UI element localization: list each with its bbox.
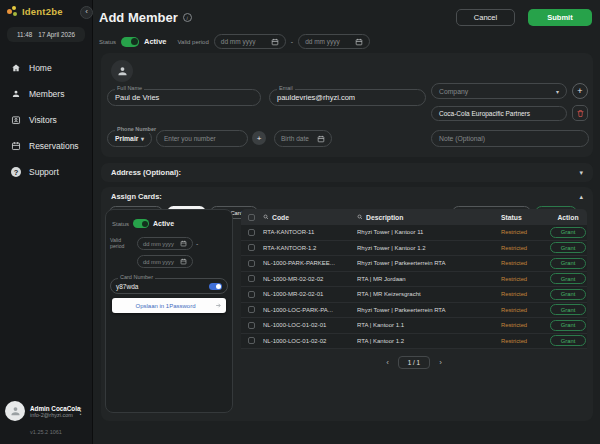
valid-from-input[interactable]: dd mm yyyy bbox=[214, 34, 286, 49]
card-description: Rhyzi Tower | Kantoor 11 bbox=[357, 229, 501, 235]
company-selected-item: Coca-Cola Europacific Partners bbox=[431, 106, 567, 121]
member-avatar[interactable] bbox=[111, 60, 133, 82]
datetime-chip: 11:48 17 April 2026 bbox=[7, 27, 85, 42]
row-checkbox[interactable] bbox=[248, 260, 255, 267]
card-code: NL-1000-MR-02-02-01 bbox=[263, 291, 357, 297]
app-logo[interactable]: Ident2be bbox=[0, 0, 92, 19]
card-valid-from-input[interactable]: dd mm yyyy bbox=[137, 237, 193, 250]
table-row: RTA-KANTOOR-1.2 Rhyzi Tower | Kantoor 1.… bbox=[241, 241, 587, 257]
table-row: NL-1000-MR-02-02-02 RTA | MR Jordaan Res… bbox=[241, 272, 587, 288]
card-description: RTA | Kantoor 1.2 bbox=[357, 338, 501, 344]
status-badge: Restricted bbox=[501, 338, 549, 344]
row-checkbox[interactable] bbox=[248, 322, 255, 329]
sidebar-item-label: Reservations bbox=[29, 141, 79, 151]
chevron-up-icon[interactable]: ▴ bbox=[579, 193, 583, 201]
status-badge: Restricted bbox=[501, 276, 549, 282]
sidebar-item-visitors[interactable]: Visitors bbox=[0, 107, 92, 133]
column-action: Action bbox=[549, 214, 587, 221]
calendar-icon bbox=[11, 141, 21, 151]
sidebar-collapse-button[interactable]: ‹ bbox=[80, 6, 93, 19]
phone-type-select[interactable]: Phone Number Primair ▾ bbox=[107, 130, 152, 147]
row-checkbox[interactable] bbox=[248, 229, 255, 236]
grant-button[interactable]: Grant bbox=[550, 258, 587, 269]
app-version: v1.25.2 1061 bbox=[0, 429, 92, 435]
table-row: NL-1000-LOC-PARK-PA... Rhyzi Tower | Par… bbox=[241, 303, 587, 319]
remove-company-button[interactable] bbox=[572, 105, 588, 121]
sidebar-item-members[interactable]: Members bbox=[0, 81, 92, 107]
table-row: RTA-KANTOOR-11 Rhyzi Tower | Kantoor 11 … bbox=[241, 225, 587, 241]
card-status-toggle[interactable] bbox=[133, 219, 149, 228]
row-checkbox[interactable] bbox=[248, 275, 255, 282]
page-indicator: 1 / 1 bbox=[398, 356, 430, 369]
status-toggle[interactable] bbox=[121, 37, 139, 47]
valid-period-label: Valid period bbox=[110, 238, 134, 249]
add-company-button[interactable]: + bbox=[572, 83, 588, 99]
status-badge: Restricted bbox=[501, 245, 549, 251]
sidebar-item-reservations[interactable]: Reservations bbox=[0, 133, 92, 159]
address-section[interactable]: Address (Optional): ▾ bbox=[101, 163, 593, 182]
time-text: 11:48 bbox=[17, 31, 32, 38]
birth-date-input[interactable]: Birth date bbox=[274, 130, 332, 147]
info-icon[interactable]: i bbox=[183, 13, 192, 22]
full-name-field[interactable]: Full Name Paul de Vries bbox=[107, 89, 261, 106]
onepassword-suggestion[interactable]: Opslaan in 1Password bbox=[112, 298, 226, 313]
sidebar-item-support[interactable]: ? Support bbox=[0, 159, 92, 185]
calendar-icon bbox=[180, 240, 187, 247]
sidebar-item-label: Visitors bbox=[29, 115, 57, 125]
status-badge: Restricted bbox=[501, 260, 549, 266]
card-valid-to-input[interactable]: dd mm yyyy bbox=[137, 255, 193, 268]
submit-button[interactable]: Submit bbox=[528, 9, 592, 26]
onepassword-icon[interactable] bbox=[209, 283, 222, 290]
grant-button[interactable]: Grant bbox=[550, 320, 587, 331]
card-number-field[interactable]: Card Number y87wda bbox=[110, 278, 228, 294]
card-description: Rhyzi Tower | Parkeerterrein RTA bbox=[357, 307, 501, 313]
grant-button[interactable]: Grant bbox=[550, 242, 587, 253]
select-all-checkbox[interactable] bbox=[248, 214, 255, 221]
row-checkbox[interactable] bbox=[248, 244, 255, 251]
sidebar-item-home[interactable]: Home bbox=[0, 55, 92, 81]
visitor-badge-icon bbox=[11, 115, 21, 125]
phone-number-input[interactable]: Enter you number bbox=[156, 130, 248, 147]
search-icon[interactable] bbox=[263, 214, 269, 220]
full-name-value: Paul de Vries bbox=[115, 93, 159, 102]
grant-button[interactable]: Grant bbox=[550, 273, 587, 284]
person-icon bbox=[9, 405, 22, 418]
status-badge: Restricted bbox=[501, 322, 549, 328]
home-icon bbox=[11, 63, 21, 73]
row-checkbox[interactable] bbox=[248, 337, 255, 344]
chevron-down-icon[interactable]: ▾ bbox=[579, 169, 583, 177]
sidebar-item-label: Members bbox=[29, 89, 64, 99]
calendar-icon bbox=[271, 38, 279, 46]
user-menu-icon[interactable]: ⋮ bbox=[74, 406, 87, 416]
grant-button[interactable]: Grant bbox=[550, 304, 587, 315]
table-header: Code Description Status Action bbox=[241, 209, 587, 225]
prev-page-icon[interactable]: ‹ bbox=[386, 358, 389, 367]
email-field[interactable]: Email pauldevries@rhyzi.com bbox=[269, 89, 426, 106]
address-title: Address (Optional): bbox=[111, 168, 181, 177]
grant-button[interactable]: Grant bbox=[550, 227, 587, 238]
cancel-button[interactable]: Cancel bbox=[456, 9, 515, 26]
column-description: Description bbox=[366, 214, 403, 221]
valid-to-input[interactable]: dd mm yyyy bbox=[298, 34, 370, 49]
next-page-icon[interactable]: › bbox=[439, 358, 442, 367]
status-value: Active bbox=[144, 37, 167, 46]
search-icon[interactable] bbox=[357, 214, 363, 220]
note-field[interactable]: Note (Optional) bbox=[431, 130, 589, 147]
page-header: Add Member i Cancel Submit bbox=[93, 0, 600, 26]
sidebar-item-label: Home bbox=[29, 63, 52, 73]
row-checkbox[interactable] bbox=[248, 306, 255, 313]
row-checkbox[interactable] bbox=[248, 291, 255, 298]
pagination: ‹ 1 / 1 › bbox=[241, 356, 587, 369]
calendar-icon bbox=[180, 258, 187, 265]
member-status-bar: Status Active Valid period dd mm yyyy - … bbox=[93, 26, 600, 49]
column-code: Code bbox=[272, 214, 289, 221]
add-phone-button[interactable]: + bbox=[252, 131, 266, 145]
person-icon bbox=[11, 89, 21, 99]
company-select[interactable]: Company ▾ bbox=[431, 83, 567, 99]
valid-period-label: Valid period bbox=[178, 39, 209, 45]
sidebar-item-label: Support bbox=[29, 167, 59, 177]
trash-icon bbox=[576, 109, 585, 118]
card-detail-panel: Status Active Valid period dd mm yyyy - … bbox=[105, 209, 233, 413]
grant-button[interactable]: Grant bbox=[550, 335, 587, 346]
grant-button[interactable]: Grant bbox=[550, 289, 587, 300]
